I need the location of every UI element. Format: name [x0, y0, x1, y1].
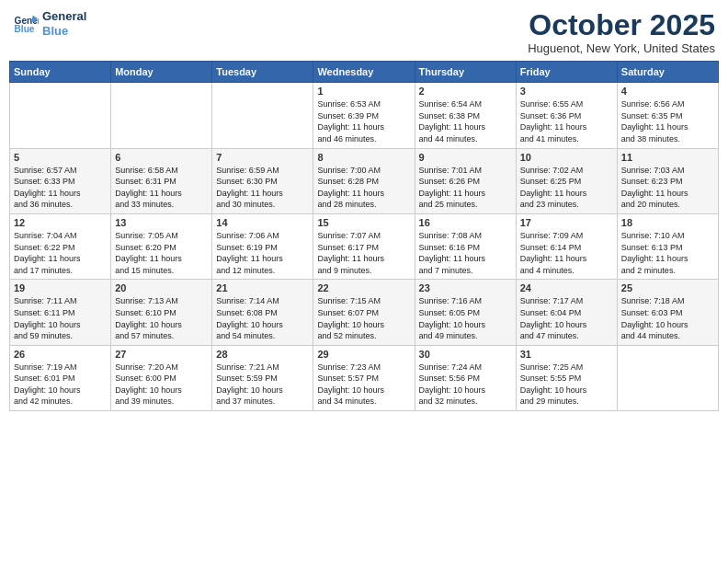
calendar-week-2: 5Sunrise: 6:57 AM Sunset: 6:33 PM Daylig… — [10, 148, 719, 213]
calendar-cell: 22Sunrise: 7:15 AM Sunset: 6:07 PM Dayli… — [313, 280, 415, 345]
day-info: Sunrise: 7:23 AM Sunset: 5:57 PM Dayligh… — [317, 362, 410, 408]
day-info: Sunrise: 7:05 AM Sunset: 6:20 PM Dayligh… — [115, 230, 208, 276]
day-number: 2 — [419, 86, 512, 97]
calendar-cell: 19Sunrise: 7:11 AM Sunset: 6:11 PM Dayli… — [10, 280, 111, 345]
calendar-cell: 1Sunrise: 6:53 AM Sunset: 6:39 PM Daylig… — [313, 83, 415, 148]
day-number: 22 — [317, 282, 410, 293]
day-number: 1 — [317, 86, 410, 97]
day-info: Sunrise: 7:07 AM Sunset: 6:17 PM Dayligh… — [317, 230, 410, 276]
calendar-cell: 6Sunrise: 6:58 AM Sunset: 6:31 PM Daylig… — [111, 148, 212, 213]
day-header-thursday: Thursday — [415, 62, 516, 83]
day-info: Sunrise: 7:21 AM Sunset: 5:59 PM Dayligh… — [216, 362, 309, 408]
day-number: 3 — [520, 86, 613, 97]
day-number: 27 — [115, 349, 208, 360]
calendar-cell: 23Sunrise: 7:16 AM Sunset: 6:05 PM Dayli… — [415, 280, 516, 345]
month-title: October 2025 — [528, 9, 715, 41]
day-info: Sunrise: 7:13 AM Sunset: 6:10 PM Dayligh… — [115, 295, 208, 341]
day-header-monday: Monday — [111, 62, 212, 83]
calendar-cell: 17Sunrise: 7:09 AM Sunset: 6:14 PM Dayli… — [516, 213, 617, 279]
calendar-cell — [111, 83, 212, 148]
day-header-wednesday: Wednesday — [313, 62, 415, 83]
calendar-cell: 7Sunrise: 6:59 AM Sunset: 6:30 PM Daylig… — [212, 148, 313, 213]
calendar-cell — [212, 83, 313, 148]
calendar-cell: 24Sunrise: 7:17 AM Sunset: 6:04 PM Dayli… — [516, 280, 617, 345]
calendar-week-5: 26Sunrise: 7:19 AM Sunset: 6:01 PM Dayli… — [10, 345, 719, 410]
day-number: 14 — [216, 217, 309, 228]
calendar-cell: 18Sunrise: 7:10 AM Sunset: 6:13 PM Dayli… — [617, 213, 718, 279]
day-info: Sunrise: 6:54 AM Sunset: 6:38 PM Dayligh… — [419, 98, 512, 144]
calendar-cell: 10Sunrise: 7:02 AM Sunset: 6:25 PM Dayli… — [516, 148, 617, 213]
logo-icon: General Blue — [13, 11, 39, 37]
day-info: Sunrise: 7:03 AM Sunset: 6:23 PM Dayligh… — [621, 165, 714, 211]
day-info: Sunrise: 6:59 AM Sunset: 6:30 PM Dayligh… — [216, 165, 309, 211]
day-number: 6 — [115, 152, 208, 163]
day-number: 30 — [419, 349, 512, 360]
calendar-cell: 16Sunrise: 7:08 AM Sunset: 6:16 PM Dayli… — [415, 213, 516, 279]
day-info: Sunrise: 7:09 AM Sunset: 6:14 PM Dayligh… — [520, 230, 613, 276]
day-info: Sunrise: 7:08 AM Sunset: 6:16 PM Dayligh… — [419, 230, 512, 276]
calendar-cell: 13Sunrise: 7:05 AM Sunset: 6:20 PM Dayli… — [111, 213, 212, 279]
calendar-cell: 15Sunrise: 7:07 AM Sunset: 6:17 PM Dayli… — [313, 213, 415, 279]
calendar-week-4: 19Sunrise: 7:11 AM Sunset: 6:11 PM Dayli… — [10, 280, 719, 345]
day-number: 13 — [115, 217, 208, 228]
day-number: 17 — [520, 217, 613, 228]
day-number: 26 — [14, 349, 107, 360]
calendar-cell: 11Sunrise: 7:03 AM Sunset: 6:23 PM Dayli… — [617, 148, 718, 213]
day-info: Sunrise: 6:53 AM Sunset: 6:39 PM Dayligh… — [317, 98, 410, 144]
day-info: Sunrise: 7:14 AM Sunset: 6:08 PM Dayligh… — [216, 295, 309, 341]
day-header-tuesday: Tuesday — [212, 62, 313, 83]
calendar-cell: 28Sunrise: 7:21 AM Sunset: 5:59 PM Dayli… — [212, 345, 313, 410]
day-info: Sunrise: 7:10 AM Sunset: 6:13 PM Dayligh… — [621, 230, 714, 276]
calendar-cell — [617, 345, 718, 410]
day-number: 8 — [317, 152, 410, 163]
svg-text:Blue: Blue — [15, 24, 35, 34]
day-info: Sunrise: 7:25 AM Sunset: 5:55 PM Dayligh… — [520, 362, 613, 408]
day-info: Sunrise: 6:56 AM Sunset: 6:35 PM Dayligh… — [621, 98, 714, 144]
day-header-friday: Friday — [516, 62, 617, 83]
day-number: 4 — [621, 86, 714, 97]
day-number: 5 — [14, 152, 107, 163]
day-number: 16 — [419, 217, 512, 228]
day-header-saturday: Saturday — [617, 62, 718, 83]
day-number: 29 — [317, 349, 410, 360]
calendar-cell: 5Sunrise: 6:57 AM Sunset: 6:33 PM Daylig… — [10, 148, 111, 213]
calendar-cell: 25Sunrise: 7:18 AM Sunset: 6:03 PM Dayli… — [617, 280, 718, 345]
calendar-cell: 8Sunrise: 7:00 AM Sunset: 6:28 PM Daylig… — [313, 148, 415, 213]
calendar-cell: 9Sunrise: 7:01 AM Sunset: 6:26 PM Daylig… — [415, 148, 516, 213]
day-info: Sunrise: 7:17 AM Sunset: 6:04 PM Dayligh… — [520, 295, 613, 341]
day-number: 20 — [115, 282, 208, 293]
calendar-cell: 29Sunrise: 7:23 AM Sunset: 5:57 PM Dayli… — [313, 345, 415, 410]
day-number: 24 — [520, 282, 613, 293]
day-info: Sunrise: 6:57 AM Sunset: 6:33 PM Dayligh… — [14, 165, 107, 211]
day-number: 7 — [216, 152, 309, 163]
day-info: Sunrise: 7:18 AM Sunset: 6:03 PM Dayligh… — [621, 295, 714, 341]
day-number: 28 — [216, 349, 309, 360]
day-info: Sunrise: 6:58 AM Sunset: 6:31 PM Dayligh… — [115, 165, 208, 211]
day-info: Sunrise: 7:00 AM Sunset: 6:28 PM Dayligh… — [317, 165, 410, 211]
day-info: Sunrise: 7:24 AM Sunset: 5:56 PM Dayligh… — [419, 362, 512, 408]
day-info: Sunrise: 7:06 AM Sunset: 6:19 PM Dayligh… — [216, 230, 309, 276]
calendar-week-1: 1Sunrise: 6:53 AM Sunset: 6:39 PM Daylig… — [10, 83, 719, 148]
day-info: Sunrise: 7:11 AM Sunset: 6:11 PM Dayligh… — [14, 295, 107, 341]
day-number: 19 — [14, 282, 107, 293]
calendar-week-3: 12Sunrise: 7:04 AM Sunset: 6:22 PM Dayli… — [10, 213, 719, 279]
logo: General Blue General Blue — [13, 9, 86, 38]
day-header-sunday: Sunday — [10, 62, 111, 83]
calendar-cell: 4Sunrise: 6:56 AM Sunset: 6:35 PM Daylig… — [617, 83, 718, 148]
title-block: October 2025 Huguenot, New York, United … — [528, 9, 715, 55]
day-number: 25 — [621, 282, 714, 293]
day-info: Sunrise: 7:04 AM Sunset: 6:22 PM Dayligh… — [14, 230, 107, 276]
calendar-cell: 14Sunrise: 7:06 AM Sunset: 6:19 PM Dayli… — [212, 213, 313, 279]
calendar-cell: 21Sunrise: 7:14 AM Sunset: 6:08 PM Dayli… — [212, 280, 313, 345]
day-info: Sunrise: 7:20 AM Sunset: 6:00 PM Dayligh… — [115, 362, 208, 408]
calendar-header-row: SundayMondayTuesdayWednesdayThursdayFrid… — [10, 62, 719, 83]
calendar-cell — [10, 83, 111, 148]
calendar-header: General Blue General Blue October 2025 H… — [9, 9, 719, 55]
day-number: 18 — [621, 217, 714, 228]
day-info: Sunrise: 6:55 AM Sunset: 6:36 PM Dayligh… — [520, 98, 613, 144]
calendar-cell: 30Sunrise: 7:24 AM Sunset: 5:56 PM Dayli… — [415, 345, 516, 410]
calendar-cell: 2Sunrise: 6:54 AM Sunset: 6:38 PM Daylig… — [415, 83, 516, 148]
day-number: 31 — [520, 349, 613, 360]
day-number: 15 — [317, 217, 410, 228]
day-number: 12 — [14, 217, 107, 228]
